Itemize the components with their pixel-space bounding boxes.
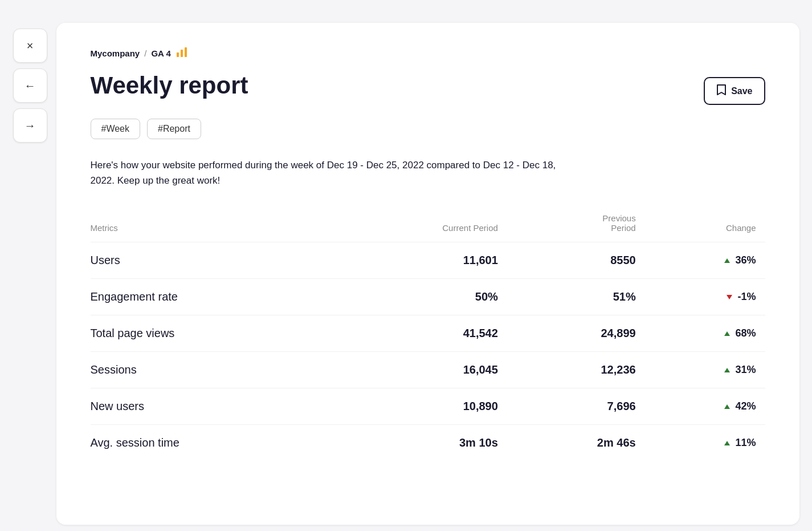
current-value: 10,890 [328, 388, 507, 425]
metric-name: Users [91, 242, 329, 279]
col-header-current: Current Period [328, 209, 507, 242]
svg-rect-0 [177, 52, 179, 57]
arrow-up-icon [724, 404, 730, 409]
breadcrumb-separator: / [144, 48, 146, 58]
metrics-table: Metrics Current Period PreviousPeriod Ch… [91, 209, 765, 461]
tag-week[interactable]: #Week [91, 119, 141, 139]
breadcrumb-product: GA 4 [151, 48, 170, 58]
page-container: × ← → Mycompany / GA 4 Weekl [13, 11, 799, 525]
back-icon: ← [25, 79, 36, 92]
forward-icon: → [25, 119, 36, 132]
current-value: 3m 10s [328, 425, 507, 461]
change-value: 31% [645, 352, 765, 388]
change-value: 36% [645, 242, 765, 279]
back-button[interactable]: ← [13, 68, 47, 103]
analytics-icon [176, 46, 188, 61]
metric-name: Engagement rate [91, 279, 329, 315]
current-value: 41,542 [328, 315, 507, 352]
col-header-previous: PreviousPeriod [507, 209, 645, 242]
arrow-down-icon [727, 295, 732, 299]
forward-button[interactable]: → [13, 108, 47, 143]
previous-value: 24,899 [507, 315, 645, 352]
breadcrumb-company: Mycompany [91, 48, 140, 58]
metric-name: New users [91, 388, 329, 425]
page-title: Weekly report [91, 72, 248, 99]
previous-value: 2m 46s [507, 425, 645, 461]
save-button[interactable]: Save [704, 77, 765, 105]
arrow-up-icon [724, 331, 730, 336]
current-value: 16,045 [328, 352, 507, 388]
report-description: Here's how your website performed during… [91, 157, 558, 188]
metric-name: Avg. session time [91, 425, 329, 461]
col-header-change: Change [645, 209, 765, 242]
svg-rect-1 [181, 50, 183, 57]
tag-report[interactable]: #Report [147, 119, 201, 139]
change-value: 68% [645, 315, 765, 352]
arrow-up-icon [724, 258, 730, 263]
change-value: 11% [645, 425, 765, 461]
close-icon: × [27, 39, 34, 52]
save-label: Save [731, 86, 752, 96]
current-value: 11,601 [328, 242, 507, 279]
close-button[interactable]: × [13, 29, 47, 63]
table-row: Engagement rate 50% 51% -1% [91, 279, 765, 315]
arrow-up-icon [724, 441, 730, 445]
table-row: Avg. session time 3m 10s 2m 46s 11% [91, 425, 765, 461]
breadcrumb: Mycompany / GA 4 [91, 46, 765, 61]
svg-rect-2 [185, 47, 187, 57]
table-row: Users 11,601 8550 36% [91, 242, 765, 279]
previous-value: 7,696 [507, 388, 645, 425]
arrow-up-icon [724, 368, 730, 372]
previous-value: 12,236 [507, 352, 645, 388]
metric-name: Total page views [91, 315, 329, 352]
header-row: Weekly report Save [91, 72, 765, 105]
previous-period-label: PreviousPeriod [602, 213, 635, 233]
sidebar: × ← → [13, 23, 47, 525]
previous-value: 51% [507, 279, 645, 315]
table-row: Total page views 41,542 24,899 68% [91, 315, 765, 352]
table-row: New users 10,890 7,696 42% [91, 388, 765, 425]
main-content: Mycompany / GA 4 Weekly report [56, 23, 799, 525]
change-value: 42% [645, 388, 765, 425]
bookmark-icon [716, 84, 727, 98]
previous-value: 8550 [507, 242, 645, 279]
table-row: Sessions 16,045 12,236 31% [91, 352, 765, 388]
current-value: 50% [328, 279, 507, 315]
metric-name: Sessions [91, 352, 329, 388]
tags-row: #Week #Report [91, 119, 765, 139]
col-header-metrics: Metrics [91, 209, 329, 242]
change-value: -1% [645, 279, 765, 315]
